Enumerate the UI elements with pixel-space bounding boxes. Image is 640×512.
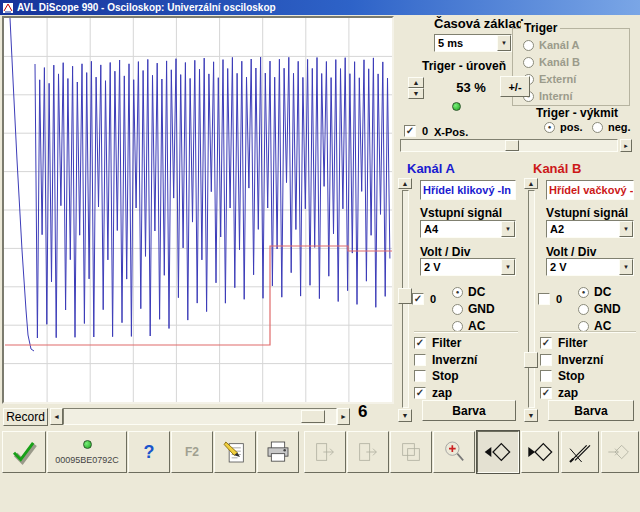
titlebar: AVL DiScope 990 - Osciloskop: Univerzáln… — [0, 0, 640, 15]
device-led-icon — [83, 440, 92, 449]
channel-a-coupling-gnd[interactable]: GND — [452, 302, 495, 316]
channel-b-coupling-gnd[interactable]: GND — [578, 302, 621, 316]
pen-toggle-button[interactable] — [561, 431, 599, 473]
f2-label: F2 — [185, 445, 199, 459]
channel-a-on-checkbox[interactable]: ✓ zap — [414, 386, 452, 400]
chevron-down-icon[interactable]: ▼ — [619, 259, 633, 275]
help-icon: ? — [144, 442, 155, 463]
channel-a-input-label: Vstupní signál — [420, 206, 502, 220]
channel-a-volt-value: 2 V — [421, 261, 501, 273]
checkbox-icon — [540, 370, 552, 382]
channel-b-name-field[interactable]: Hřídel vačkový -l — [546, 180, 634, 200]
f2-button: F2 — [171, 431, 213, 473]
radio-label: DC — [468, 285, 485, 299]
xpos-slider-right-button[interactable]: ▸ — [620, 139, 632, 152]
channel-b-volt-label: Volt / Div — [546, 245, 596, 259]
scroll-right-button[interactable]: ► — [337, 408, 350, 425]
checkbox-icon — [414, 370, 426, 382]
channel-a-offset-thumb[interactable] — [398, 288, 412, 304]
check-icon — [9, 437, 39, 467]
checkbox-label: Filter — [558, 336, 587, 350]
channel-b-input-value: A2 — [547, 223, 619, 235]
trigger-level-down-button[interactable]: ▼ — [408, 88, 424, 99]
load-button — [304, 431, 346, 473]
radio-icon: ● — [452, 287, 463, 298]
channel-a-offset-down-button[interactable]: ▼ — [398, 409, 412, 422]
channel-b-invert-checkbox[interactable]: Inverzní — [540, 353, 603, 367]
xpos-slider-thumb[interactable] — [505, 140, 519, 151]
channel-a-zero-checkbox[interactable]: ✓ 0 — [412, 293, 436, 305]
help-button[interactable]: ? — [128, 431, 170, 473]
trigger-slope-neg[interactable]: neg. — [592, 121, 631, 133]
checkbox-icon: ✓ — [404, 125, 416, 137]
channel-b-zero-checkbox[interactable]: 0 — [538, 293, 562, 305]
timebase-select[interactable]: 5 ms ▼ — [434, 34, 512, 52]
channel-a-offset-up-button[interactable]: ▲ — [398, 178, 412, 189]
print-button[interactable] — [257, 431, 299, 473]
channel-b-input-select[interactable]: A2 ▼ — [546, 220, 634, 238]
channel-b-offset-down-button[interactable]: ▼ — [524, 409, 538, 422]
checkbox-label: Filter — [432, 336, 461, 350]
radio-icon: ● — [544, 122, 555, 133]
chevron-down-icon[interactable]: ▼ — [501, 221, 515, 237]
channel-b-offset-thumb[interactable] — [524, 352, 538, 368]
channel-a-volt-select[interactable]: 2 V ▼ — [420, 258, 516, 276]
trigger-level-sign-button[interactable]: +/- — [500, 76, 530, 97]
channel-b-coupling-dc[interactable]: ● DC — [578, 285, 611, 299]
radio-icon — [592, 122, 603, 133]
radio-label: GND — [468, 302, 495, 316]
channel-b-color-button[interactable]: Barva — [548, 400, 634, 421]
chevron-down-icon[interactable]: ▼ — [501, 259, 515, 275]
export-icon — [353, 437, 383, 467]
channel-a-title: Kanál A — [407, 161, 455, 176]
zoom-button[interactable] — [433, 431, 475, 473]
channel-b-volt-value: 2 V — [547, 261, 619, 273]
window-title: AVL DiScope 990 - Osciloskop: Univerzáln… — [17, 2, 276, 13]
divider — [414, 331, 518, 333]
checkbox-label: zap — [558, 386, 578, 400]
chevron-down-icon[interactable]: ▼ — [497, 35, 511, 51]
xpos-slider-track[interactable] — [400, 139, 618, 152]
trigger-level-up-button[interactable]: ▲ — [408, 77, 424, 88]
channel-a-name-field[interactable]: Hřídel klikový -In — [420, 180, 516, 200]
channel-a-stop-checkbox[interactable]: Stop — [414, 369, 459, 383]
copy-button — [390, 431, 432, 473]
xpos-label: X-Pos. — [434, 126, 468, 138]
notes-button[interactable] — [214, 431, 256, 473]
trigger-level-label: Triger - úroveň — [422, 59, 506, 73]
channel-b-filter-checkbox[interactable]: ✓ Filter — [540, 336, 587, 350]
document-edit-icon — [220, 437, 250, 467]
channel-a-invert-checkbox[interactable]: Inverzní — [414, 353, 477, 367]
channel-b-stop-checkbox[interactable]: Stop — [540, 369, 585, 383]
record-button[interactable]: Record — [3, 408, 48, 426]
radio-label: neg. — [608, 121, 631, 133]
channel-a-coupling-dc[interactable]: ● DC — [452, 285, 485, 299]
xpos-zero-checkbox[interactable]: ✓ 0 — [404, 125, 428, 137]
copy-icon — [396, 437, 426, 467]
checkbox-label: Stop — [558, 369, 585, 383]
device-status-button[interactable]: 00095BE0792C — [47, 431, 127, 473]
channel-b-volt-select[interactable]: 2 V ▼ — [546, 258, 634, 276]
cursor-right-button[interactable] — [521, 431, 559, 473]
channel-b-offset-track[interactable] — [528, 190, 535, 408]
chevron-down-icon[interactable]: ▼ — [619, 221, 633, 237]
app-icon — [3, 3, 13, 13]
cursor-left-button[interactable] — [477, 431, 519, 473]
confirm-button[interactable] — [2, 431, 46, 473]
trigger-slope-label: Triger - výkmit — [536, 106, 618, 120]
trigger-slope-pos[interactable]: ● pos. — [544, 121, 583, 133]
channel-a-color-button[interactable]: Barva — [422, 400, 516, 421]
channel-b-offset-up-button[interactable]: ▲ — [524, 178, 538, 189]
checkbox-icon: ✓ — [412, 293, 424, 305]
record-scrollbar-track[interactable] — [63, 408, 337, 425]
trigger-source-kanal-a: Kanál A — [523, 39, 580, 51]
trigger-source-interni: ● Interní — [523, 90, 573, 102]
channel-b-on-checkbox[interactable]: ✓ zap — [540, 386, 578, 400]
channel-b-title: Kanál B — [533, 161, 581, 176]
channel-a-filter-checkbox[interactable]: ✓ Filter — [414, 336, 461, 350]
record-scrollbar-thumb[interactable] — [301, 410, 325, 423]
scroll-left-button[interactable]: ◄ — [50, 408, 63, 425]
checkbox-label: Inverzní — [558, 353, 603, 367]
radio-label: Externí — [539, 73, 576, 85]
channel-a-input-select[interactable]: A4 ▼ — [420, 220, 516, 238]
